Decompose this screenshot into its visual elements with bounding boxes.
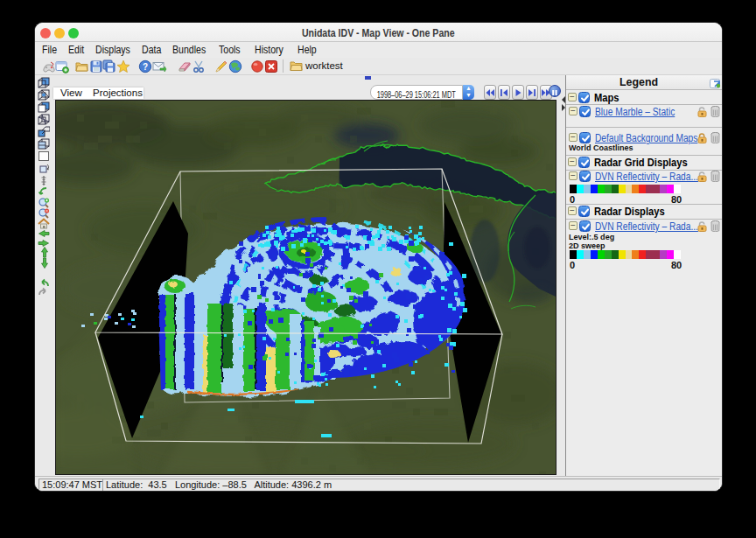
svg-text:?: ? (143, 62, 148, 72)
